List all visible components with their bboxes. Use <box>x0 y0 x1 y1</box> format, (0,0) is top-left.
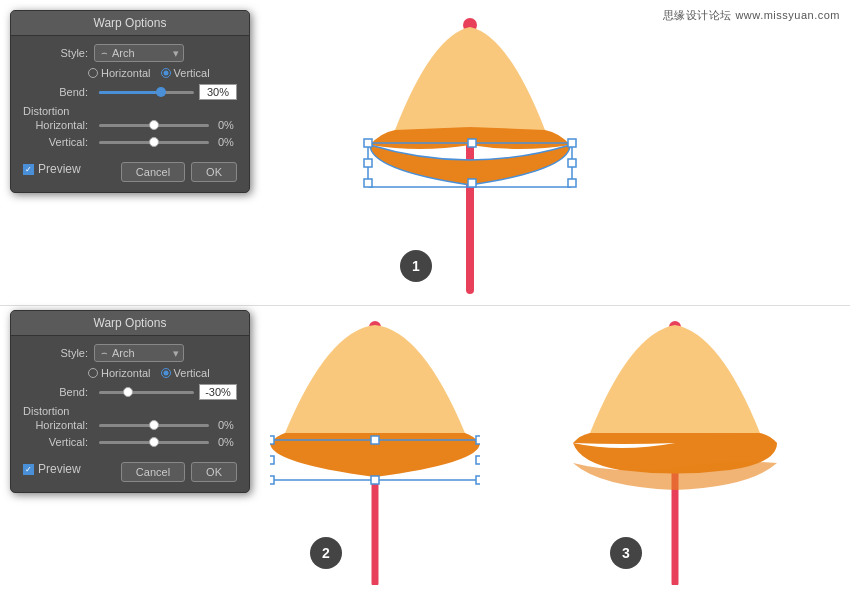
preview-label-2: Preview <box>38 462 81 476</box>
v-dist-thumb-1[interactable] <box>149 137 159 147</box>
bend-slider-fill-1 <box>99 91 156 94</box>
vertical-label-2: Vertical <box>174 367 210 379</box>
horizontal-label-1: Horizontal <box>101 67 151 79</box>
svg-rect-8 <box>568 179 576 187</box>
horizontal-radio-1[interactable]: Horizontal <box>88 67 151 79</box>
distortion-label-2: Distortion <box>23 405 237 417</box>
bend-slider-1[interactable] <box>99 91 194 94</box>
style-value-1: Arch <box>112 47 135 59</box>
bend-row-1: Bend: <box>23 84 237 100</box>
svg-rect-14 <box>270 436 274 444</box>
v-dist-thumb-2[interactable] <box>149 437 159 447</box>
style-label-2: Style: <box>23 347 88 359</box>
h-dist-row-1: Horizontal: 0% <box>23 119 237 131</box>
svg-rect-6 <box>364 179 372 187</box>
h-dist-row-2: Horizontal: 0% <box>23 419 237 431</box>
h-dist-value-2: 0% <box>218 419 234 431</box>
svg-rect-18 <box>371 476 379 484</box>
orientation-group-2: Horizontal Vertical <box>88 367 237 379</box>
orientation-group-1: Horizontal Vertical <box>88 67 237 79</box>
umbrella-3-svg <box>570 315 780 585</box>
svg-rect-19 <box>476 476 480 484</box>
h-dist-label-2: Horizontal: <box>23 419 88 431</box>
v-dist-label-2: Vertical: <box>23 436 88 448</box>
bend-label-2: Bend: <box>23 386 88 398</box>
bend-slider-thumb-2[interactable] <box>123 387 133 397</box>
watermark: 思缘设计论坛 www.missyuan.com <box>663 8 840 23</box>
preview-row-2[interactable]: Preview <box>23 462 81 476</box>
v-dist-slider-1[interactable] <box>99 141 209 144</box>
vertical-label-1: Vertical <box>174 67 210 79</box>
horizontal-label-2: Horizontal <box>101 367 151 379</box>
style-row-2: Style: ⌢ Arch <box>23 344 237 362</box>
horizontal-radio-circle-2[interactable] <box>88 368 98 378</box>
svg-rect-16 <box>476 436 480 444</box>
cancel-button-1[interactable]: Cancel <box>121 162 185 182</box>
cancel-button-2[interactable]: Cancel <box>121 462 185 482</box>
style-value-2: Arch <box>112 347 135 359</box>
dialog-1-title: Warp Options <box>11 11 249 36</box>
svg-rect-15 <box>371 436 379 444</box>
step-3-label: 3 <box>622 545 630 561</box>
dialog-2-title: Warp Options <box>11 311 249 336</box>
umbrella-2-area <box>270 315 480 585</box>
v-dist-row-2: Vertical: 0% <box>23 436 237 448</box>
bend-slider-2[interactable] <box>99 391 194 394</box>
h-dist-value-1: 0% <box>218 119 234 131</box>
h-dist-thumb-2[interactable] <box>149 420 159 430</box>
bend-value-2[interactable] <box>199 384 237 400</box>
horizontal-radio-circle-1[interactable] <box>88 68 98 78</box>
preview-checkbox-1[interactable] <box>23 164 34 175</box>
style-row-1: Style: ⌢ Arch <box>23 44 237 62</box>
section-divider <box>0 305 850 306</box>
v-dist-row-1: Vertical: 0% <box>23 136 237 148</box>
step-3-circle: 3 <box>610 537 642 569</box>
bend-value-1[interactable] <box>199 84 237 100</box>
svg-rect-9 <box>364 159 372 167</box>
ok-button-1[interactable]: OK <box>191 162 237 182</box>
h-dist-slider-2[interactable] <box>99 424 209 427</box>
arch-icon-2: ⌢ <box>101 347 108 359</box>
bend-row-2: Bend: <box>23 384 237 400</box>
horizontal-radio-2[interactable]: Horizontal <box>88 367 151 379</box>
v-dist-value-1: 0% <box>218 136 234 148</box>
preview-label-1: Preview <box>38 162 81 176</box>
style-label-1: Style: <box>23 47 88 59</box>
svg-rect-21 <box>476 456 480 464</box>
v-dist-label-1: Vertical: <box>23 136 88 148</box>
svg-rect-20 <box>270 456 274 464</box>
v-dist-slider-2[interactable] <box>99 441 209 444</box>
step-2-label: 2 <box>322 545 330 561</box>
btn-row-2: Cancel OK <box>121 462 237 482</box>
v-dist-value-2: 0% <box>218 436 234 448</box>
svg-rect-4 <box>468 139 476 147</box>
bend-label-1: Bend: <box>23 86 88 98</box>
style-dropdown-1[interactable]: ⌢ Arch <box>94 44 184 62</box>
step-1-label: 1 <box>412 258 420 274</box>
svg-rect-5 <box>568 139 576 147</box>
btn-row-1: Cancel OK <box>121 162 237 182</box>
ok-button-2[interactable]: OK <box>191 462 237 482</box>
vertical-radio-circle-2[interactable] <box>161 368 171 378</box>
umbrella-2-svg <box>270 315 480 585</box>
bend-slider-thumb-1[interactable] <box>156 87 166 97</box>
h-dist-slider-1[interactable] <box>99 124 209 127</box>
preview-checkbox-2[interactable] <box>23 464 34 475</box>
svg-rect-10 <box>568 159 576 167</box>
h-dist-thumb-1[interactable] <box>149 120 159 130</box>
vertical-radio-2[interactable]: Vertical <box>161 367 210 379</box>
svg-rect-7 <box>468 179 476 187</box>
umbrella-1-svg <box>360 15 580 295</box>
warp-options-dialog-1: Warp Options Style: ⌢ Arch Horizontal Ve… <box>10 10 250 193</box>
vertical-radio-1[interactable]: Vertical <box>161 67 210 79</box>
style-dropdown-2[interactable]: ⌢ Arch <box>94 344 184 362</box>
vertical-radio-circle-1[interactable] <box>161 68 171 78</box>
arch-icon: ⌢ <box>101 47 108 59</box>
umbrella-1-area <box>360 15 580 295</box>
h-dist-label-1: Horizontal: <box>23 119 88 131</box>
step-1-circle: 1 <box>400 250 432 282</box>
umbrella-3-area <box>570 315 780 585</box>
preview-row-1[interactable]: Preview <box>23 162 81 176</box>
svg-rect-17 <box>270 476 274 484</box>
svg-rect-3 <box>364 139 372 147</box>
